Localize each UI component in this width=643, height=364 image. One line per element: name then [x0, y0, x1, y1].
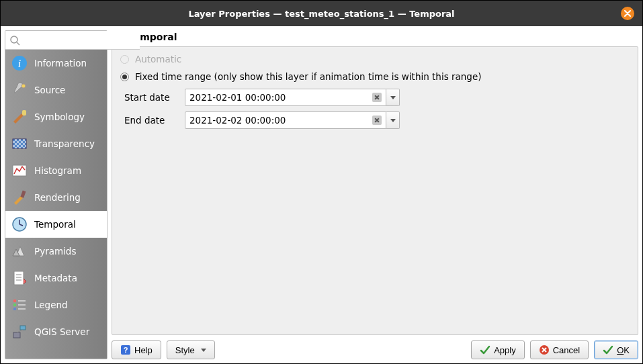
- window-title: Layer Properties — test_meteo_stations_1…: [188, 9, 454, 19]
- sidebar-item-label: Transparency: [34, 138, 95, 149]
- svg-rect-23: [13, 308, 16, 310]
- sidebar: i Information Source Symbology Transpare…: [5, 30, 108, 359]
- sidebar-item-label: Source: [34, 85, 65, 95]
- sidebar-item-source[interactable]: Source: [5, 77, 107, 103]
- apply-button[interactable]: Apply: [471, 340, 525, 359]
- end-date-input: 2021-02-02 00:00:00: [185, 111, 400, 129]
- sidebar-item-qgis-server[interactable]: QGIS Server: [5, 318, 107, 345]
- info-icon: i: [11, 54, 28, 72]
- help-icon: ?: [120, 345, 131, 355]
- sidebar-item-label: Legend: [34, 300, 68, 310]
- temporal-header: Temporal: [112, 30, 638, 46]
- sidebar-item-transparency[interactable]: Transparency: [5, 130, 107, 157]
- sidebar-list: i Information Source Symbology Transpare…: [5, 50, 107, 359]
- titlebar: Layer Properties — test_meteo_stations_1…: [1, 1, 642, 26]
- start-date-input: 2021-02-01 00:00:00: [185, 89, 400, 106]
- option-fixed-range[interactable]: Fixed time range (only show this layer i…: [120, 71, 630, 82]
- end-date-value: 2021-02-02 00:00:00: [189, 115, 372, 126]
- sidebar-item-label: Histogram: [34, 165, 81, 176]
- style-button-label: Style: [175, 345, 195, 355]
- sidebar-item-label: Temporal: [34, 219, 76, 230]
- ok-button-label: OK: [617, 345, 630, 355]
- button-bar: ? Help Style Apply Cancel: [112, 335, 638, 359]
- brush-icon: [11, 108, 28, 126]
- svg-rect-5: [22, 110, 26, 116]
- help-button[interactable]: ? Help: [112, 340, 161, 359]
- sidebar-item-symbology[interactable]: Symbology: [5, 103, 107, 130]
- temporal-form: Automatic Fixed time range (only show th…: [112, 46, 638, 335]
- svg-rect-11: [20, 191, 26, 198]
- sidebar-item-label: Rendering: [34, 192, 81, 203]
- svg-rect-27: [13, 332, 20, 338]
- histogram-icon: [11, 162, 28, 179]
- svg-line-29: [17, 330, 23, 332]
- option-automatic: Automatic: [120, 54, 630, 64]
- radio-fixed[interactable]: [120, 73, 129, 81]
- start-date-value: 2021-02-01 00:00:00: [189, 92, 372, 103]
- option-fixed-label: Fixed time range (only show this layer i…: [135, 71, 482, 82]
- layer-properties-dialog: Layer Properties — test_meteo_stations_1…: [0, 0, 643, 364]
- svg-rect-28: [20, 326, 26, 330]
- server-icon: [11, 323, 28, 340]
- sidebar-item-metadata[interactable]: Metadata: [5, 265, 107, 291]
- sidebar-item-label: Metadata: [34, 273, 77, 283]
- search-input[interactable]: [5, 31, 140, 50]
- sidebar-item-legend[interactable]: Legend: [5, 291, 107, 318]
- search-wrap: [5, 31, 107, 50]
- main-panel: Temporal Automatic Fixed time range (onl…: [112, 30, 638, 359]
- dialog-body: i Information Source Symbology Transpare…: [1, 26, 642, 363]
- style-button[interactable]: Style: [167, 340, 215, 359]
- ok-button[interactable]: OK: [594, 340, 638, 359]
- option-automatic-label: Automatic: [135, 54, 181, 64]
- svg-rect-22: [13, 304, 16, 306]
- svg-text:?: ?: [124, 346, 128, 354]
- sidebar-item-label: Symbology: [34, 111, 85, 122]
- wrench-icon: [11, 81, 28, 99]
- pyramids-icon: [11, 242, 28, 260]
- svg-point-4: [22, 84, 26, 88]
- paintbrush-icon: [11, 189, 28, 206]
- end-date-dropdown[interactable]: [386, 111, 400, 129]
- radio-automatic: [120, 55, 129, 64]
- sidebar-item-pyramids[interactable]: Pyramids: [5, 238, 107, 265]
- apply-button-label: Apply: [494, 345, 516, 355]
- help-button-label: Help: [134, 345, 153, 355]
- check-icon: [480, 345, 490, 355]
- start-date-dropdown[interactable]: [386, 89, 400, 106]
- svg-line-1: [17, 42, 19, 45]
- svg-text:i: i: [18, 58, 21, 69]
- chevron-down-icon: [390, 119, 396, 122]
- sidebar-item-label: QGIS Server: [34, 326, 89, 337]
- sidebar-item-histogram[interactable]: Histogram: [5, 157, 107, 184]
- end-date-label: End date: [124, 115, 178, 126]
- chevron-down-icon: [390, 96, 396, 99]
- cancel-icon: [539, 345, 550, 355]
- sidebar-item-temporal[interactable]: Temporal: [5, 211, 107, 238]
- chevron-down-icon: [201, 349, 206, 352]
- clear-icon[interactable]: [372, 116, 382, 125]
- date-grid: Start date 2021-02-01 00:00:00 End date …: [124, 89, 630, 129]
- end-date-field[interactable]: 2021-02-02 00:00:00: [185, 111, 386, 129]
- clear-icon[interactable]: [372, 93, 382, 102]
- search-icon: [9, 35, 20, 46]
- sidebar-item-label: Information: [34, 58, 87, 69]
- close-icon[interactable]: [621, 7, 634, 20]
- metadata-icon: [11, 269, 28, 287]
- svg-rect-17: [14, 271, 24, 285]
- legend-icon: [11, 296, 28, 314]
- svg-point-0: [11, 36, 17, 43]
- sidebar-item-label: Pyramids: [34, 246, 76, 257]
- start-date-field[interactable]: 2021-02-01 00:00:00: [185, 89, 386, 106]
- svg-rect-7: [13, 139, 26, 148]
- start-date-label: Start date: [124, 92, 178, 103]
- cancel-button-label: Cancel: [553, 345, 580, 355]
- svg-rect-21: [13, 300, 16, 302]
- clock-icon: [11, 216, 28, 233]
- sidebar-item-rendering[interactable]: Rendering: [5, 184, 107, 211]
- ok-icon: [603, 345, 613, 355]
- sidebar-item-information[interactable]: i Information: [5, 50, 107, 77]
- cancel-button[interactable]: Cancel: [530, 340, 589, 359]
- transparency-icon: [11, 135, 28, 152]
